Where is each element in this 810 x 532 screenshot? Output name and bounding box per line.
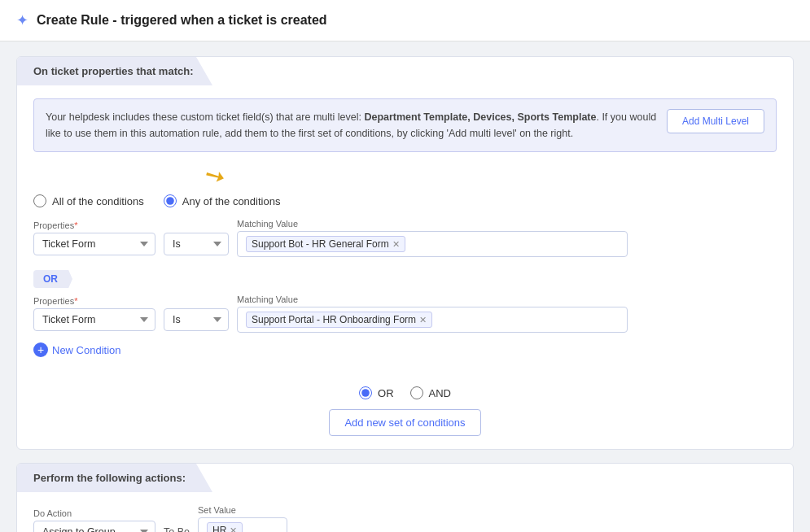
- remove-tag-2[interactable]: ✕: [419, 316, 427, 325]
- properties-label-2: Properties*: [33, 296, 155, 306]
- set-value-box[interactable]: HR ✕: [198, 517, 287, 532]
- actions-section: Perform the following actions: Do Action…: [16, 463, 794, 532]
- info-bold-text: Department Template, Devices, Sports Tem…: [364, 111, 596, 123]
- operator-group-2: Is: [164, 296, 229, 331]
- or-radio[interactable]: [359, 386, 372, 399]
- or-option[interactable]: OR: [359, 386, 394, 399]
- all-conditions-label: All of the conditions: [52, 195, 144, 207]
- operator-label-2: [164, 296, 229, 306]
- set-value-group: Set Value HR ✕: [198, 505, 287, 532]
- matching-value-box-2[interactable]: Support Portal - HR Onboarding Form ✕: [237, 307, 628, 333]
- ticket-properties-section: On ticket properties that match: Your he…: [16, 56, 794, 450]
- all-conditions-radio[interactable]: [33, 194, 46, 207]
- condition-row-2: Properties* Ticket Form Is Matching Valu…: [33, 294, 777, 333]
- sparkle-icon: ✦: [16, 11, 28, 29]
- condition-row-1: Properties* Ticket Form Is Matching Valu…: [33, 219, 777, 257]
- operator-label-1: [164, 220, 229, 230]
- matching-tag-1: Support Bot - HR General Form ✕: [246, 236, 405, 252]
- set-value-label: Set Value: [198, 505, 287, 515]
- matching-value-box-1[interactable]: Support Bot - HR General Form ✕: [237, 231, 628, 257]
- and-label: AND: [429, 387, 451, 399]
- operator-select-1[interactable]: Is: [164, 233, 229, 255]
- properties-label-1: Properties*: [33, 220, 155, 230]
- info-banner-text: Your helpdesk includes these custom tick…: [46, 109, 657, 142]
- new-condition-button[interactable]: + New Condition: [33, 339, 121, 360]
- operator-select-2[interactable]: Is: [164, 308, 229, 331]
- do-action-row: Do Action Assign to Group To Be Set Valu…: [33, 505, 777, 532]
- matching-label-2: Matching Value: [237, 294, 628, 304]
- or-badge: OR: [33, 270, 72, 288]
- info-text-before: Your helpdesk includes these custom tick…: [46, 111, 364, 123]
- add-multi-level-button[interactable]: Add Multi Level: [667, 109, 764, 133]
- page-title: Create Rule - triggered when a ticket is…: [37, 13, 327, 28]
- plus-icon: +: [33, 342, 48, 357]
- matching-group-2: Matching Value Support Portal - HR Onboa…: [237, 294, 628, 333]
- required-indicator-2: *: [74, 296, 77, 306]
- or-label: OR: [378, 387, 394, 399]
- new-condition-label: New Condition: [52, 344, 121, 356]
- actions-title: Perform the following actions:: [17, 464, 212, 492]
- operator-group-1: Is: [164, 220, 229, 255]
- and-radio[interactable]: [410, 386, 423, 399]
- or-and-options: OR AND: [359, 386, 451, 399]
- condition-options: All of the conditions Any of the conditi…: [33, 194, 777, 207]
- properties-select-2[interactable]: Ticket Form: [33, 308, 155, 331]
- matching-group-1: Matching Value Support Bot - HR General …: [237, 219, 628, 257]
- and-option[interactable]: AND: [410, 386, 451, 399]
- required-indicator-1: *: [74, 220, 77, 230]
- properties-group-2: Properties* Ticket Form: [33, 296, 155, 331]
- any-conditions-label: Any of the conditions: [182, 195, 281, 207]
- do-action-select[interactable]: Assign to Group: [33, 521, 155, 532]
- ticket-properties-title: On ticket properties that match:: [17, 57, 212, 85]
- arrow-icon: ➘: [199, 160, 230, 191]
- matching-label-1: Matching Value: [237, 219, 628, 229]
- to-be-label: To Be: [164, 526, 190, 532]
- matching-tag-2: Support Portal - HR Onboarding Form ✕: [246, 312, 432, 328]
- conditions-footer: OR AND Add new set of conditions: [17, 373, 793, 449]
- set-value-tag: HR ✕: [207, 522, 243, 532]
- all-conditions-option[interactable]: All of the conditions: [33, 194, 144, 207]
- properties-select-1[interactable]: Ticket Form: [33, 233, 155, 255]
- do-action-label: Do Action: [33, 508, 155, 518]
- properties-group-1: Properties* Ticket Form: [33, 220, 155, 255]
- page-header: ✦ Create Rule - triggered when a ticket …: [0, 0, 810, 41]
- do-action-group: Do Action Assign to Group: [33, 508, 155, 532]
- add-new-set-button[interactable]: Add new set of conditions: [329, 409, 480, 436]
- remove-tag-1[interactable]: ✕: [392, 240, 400, 249]
- info-banner: Your helpdesk includes these custom tick…: [33, 98, 777, 152]
- any-conditions-option[interactable]: Any of the conditions: [164, 194, 281, 207]
- any-conditions-radio[interactable]: [164, 194, 177, 207]
- remove-set-value-tag[interactable]: ✕: [230, 526, 237, 533]
